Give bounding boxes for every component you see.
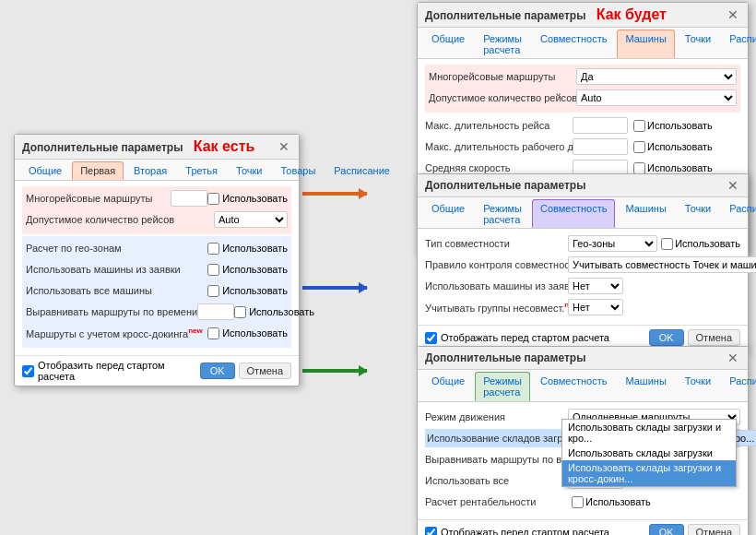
tab-br-mashiny[interactable]: Машины bbox=[617, 372, 674, 401]
tab-br-raspisanie[interactable]: Расписание bbox=[721, 372, 756, 401]
mr-row-3: Использовать машины из заявки Нет bbox=[425, 277, 740, 295]
tab-mr-rezhimy[interactable]: Режимы расчета bbox=[475, 199, 530, 228]
main-cancel-button[interactable]: Отмена bbox=[239, 363, 291, 379]
main-dialog: Дополнительные параметры Как есть ✕ Общи… bbox=[14, 134, 300, 386]
mnogoreysovye-checkbox[interactable] bbox=[207, 193, 219, 205]
mr-footer-buttons: OK Отмена bbox=[649, 329, 740, 346]
top-right-tabs: Общие Режимы расчета Совместность Машины… bbox=[418, 28, 748, 59]
tr-select-1[interactable]: Да bbox=[576, 68, 737, 85]
orange-arrow-top bbox=[302, 192, 367, 196]
dopustimoe-select[interactable]: Auto bbox=[214, 211, 288, 228]
tab-mr-tochki[interactable]: Точки bbox=[677, 199, 719, 228]
br-footer-check: Отображать перед стартом расчета bbox=[425, 527, 609, 536]
tab-tr-sovmestnost[interactable]: Совместность bbox=[532, 30, 615, 58]
tr-input-4[interactable] bbox=[573, 138, 628, 155]
mr-select-2[interactable]: Учитывать совместность Точек и машин bbox=[568, 256, 756, 273]
mid-right-body: Тип совместности Гео-зоны Использовать П… bbox=[418, 229, 748, 325]
bot-right-title: Дополнительные параметры bbox=[425, 351, 585, 364]
row-ispolzovat-mashiny: Использовать машины из заявки Использова… bbox=[26, 260, 288, 279]
bot-right-titlebar: Дополнительные параметры ✕ bbox=[418, 347, 748, 370]
mr-select-1[interactable]: Гео-зоны bbox=[568, 235, 657, 252]
blue-arrow bbox=[302, 286, 367, 290]
tab-obshie[interactable]: Общие bbox=[20, 161, 70, 180]
main-dialog-titlebar: Дополнительные параметры Как есть ✕ bbox=[15, 135, 299, 160]
row-vyravnivat: Выравнивать маршруты по времени Использо… bbox=[26, 303, 288, 321]
main-dialog-close[interactable]: ✕ bbox=[277, 139, 291, 154]
mid-right-dialog: Дополнительные параметры ✕ Общие Режимы … bbox=[417, 173, 749, 351]
tab-mr-sovmestnost[interactable]: Совместность bbox=[532, 199, 615, 228]
top-right-close[interactable]: ✕ bbox=[726, 7, 740, 22]
mid-right-close[interactable]: ✕ bbox=[726, 178, 740, 193]
bot-right-close[interactable]: ✕ bbox=[726, 351, 740, 365]
tr-row-1: Многорейсовые маршруты Да bbox=[429, 67, 737, 86]
mr-select-4[interactable]: Нет bbox=[568, 299, 623, 315]
mr-select-3[interactable]: Нет bbox=[568, 278, 623, 294]
main-dialog-title: Дополнительные параметры bbox=[22, 141, 183, 154]
tr-select-2[interactable]: Auto bbox=[576, 89, 737, 106]
main-ok-button[interactable]: OK bbox=[200, 363, 235, 379]
main-footer-check: Отобразить перед стартом расчета bbox=[22, 360, 200, 382]
tab-br-tochki[interactable]: Точки bbox=[677, 372, 719, 401]
footer-checkbox[interactable] bbox=[22, 365, 34, 377]
row-mnogoreysovye: Многорейсовые маршруты Использовать bbox=[26, 189, 288, 208]
mr-check-1[interactable] bbox=[661, 238, 673, 250]
tab-tr-raspisanie[interactable]: Расписание bbox=[721, 30, 756, 58]
mr-footer-checkbox[interactable] bbox=[425, 332, 437, 344]
main-dialog-tabs: Общие Первая Вторая Третья Точки Товары … bbox=[15, 160, 299, 181]
dropdown-option-2[interactable]: Использовать склады загрузки bbox=[562, 446, 736, 460]
vyravnivat-checkbox[interactable] bbox=[234, 306, 246, 318]
mid-right-titlebar: Дополнительные параметры ✕ bbox=[418, 174, 748, 197]
geo-checkbox[interactable] bbox=[207, 243, 219, 255]
tab-pervaya[interactable]: Первая bbox=[72, 161, 124, 180]
row-vse-mashiny: Использовать все машины Использовать bbox=[26, 281, 288, 300]
tab-mr-mashiny[interactable]: Машины bbox=[617, 199, 674, 228]
green-arrow bbox=[302, 369, 367, 373]
main-dialog-subtitle: Как есть bbox=[194, 138, 255, 154]
br-row-5: Расчет рентабельности Использовать bbox=[425, 493, 740, 511]
br-cancel-button[interactable]: Отмена bbox=[688, 524, 740, 535]
dropdown-option-1[interactable]: Использовать склады загрузки и кро... bbox=[562, 420, 736, 446]
top-right-subtitle: Как будет bbox=[597, 6, 667, 22]
mr-row-2: Правило контроля совместности Учитывать … bbox=[425, 256, 740, 274]
top-right-title: Дополнительные параметры bbox=[425, 9, 585, 22]
tab-raspisanie[interactable]: Расписание bbox=[325, 161, 398, 180]
br-ok-button[interactable]: OK bbox=[649, 524, 684, 535]
mr-cancel-button[interactable]: Отмена bbox=[688, 329, 740, 346]
tab-tovary[interactable]: Товары bbox=[272, 161, 324, 180]
tab-br-rezhimy[interactable]: Режимы расчета bbox=[475, 372, 530, 401]
tr-input-3[interactable] bbox=[573, 117, 628, 134]
main-pink-section: Многорейсовые маршруты Использовать Допу… bbox=[22, 186, 291, 234]
tab-tr-mashiny[interactable]: Машины bbox=[617, 30, 674, 58]
mr-ok-button[interactable]: OK bbox=[649, 329, 684, 346]
tr-check-5[interactable] bbox=[633, 162, 645, 174]
br-check-5[interactable] bbox=[572, 496, 584, 508]
row-cross-doking: Маршруты с учетом кросс-докингаnew Испол… bbox=[26, 324, 288, 342]
tab-tochki[interactable]: Точки bbox=[228, 161, 270, 180]
tab-br-sovmestnost[interactable]: Совместность bbox=[532, 372, 615, 401]
dropdown-option-3-selected[interactable]: Использовать склады загрузки и кросс-док… bbox=[562, 460, 736, 486]
tab-tr-tochki[interactable]: Точки bbox=[677, 30, 719, 58]
main-blue-section: Расчет по гео-зонам Использовать Использ… bbox=[22, 236, 291, 348]
tab-br-obshie[interactable]: Общие bbox=[423, 372, 473, 401]
mashiny-checkbox[interactable] bbox=[207, 264, 219, 276]
top-right-pink: Многорейсовые маршруты Да Допустимое кол… bbox=[425, 65, 740, 113]
mr-footer-check: Отображать перед стартом расчета bbox=[425, 332, 609, 344]
tab-tretya[interactable]: Третья bbox=[177, 161, 226, 180]
tr-check-4[interactable] bbox=[633, 141, 645, 153]
vse-mashiny-checkbox[interactable] bbox=[207, 285, 219, 297]
tr-check-3[interactable] bbox=[633, 120, 645, 132]
tab-vtoraya[interactable]: Вторая bbox=[125, 161, 175, 180]
tab-tr-obshie[interactable]: Общие bbox=[423, 30, 473, 58]
mid-right-tabs: Общие Режимы расчета Совместность Машины… bbox=[418, 197, 748, 229]
br-footer-buttons: OK Отмена bbox=[649, 524, 740, 535]
tab-tr-rezhimy[interactable]: Режимы расчета bbox=[475, 30, 530, 58]
tab-mr-raspisanie[interactable]: Расписание bbox=[721, 199, 756, 228]
tab-mr-obshie[interactable]: Общие bbox=[423, 199, 473, 228]
bot-right-footer: Отображать перед стартом расчета OK Отме… bbox=[418, 519, 748, 535]
top-right-titlebar: Дополнительные параметры Как будет ✕ bbox=[418, 3, 748, 28]
row-raschot-geo: Расчет по гео-зонам Использовать bbox=[26, 239, 288, 257]
mnogoreysovye-input[interactable] bbox=[171, 190, 207, 207]
br-footer-checkbox[interactable] bbox=[425, 527, 437, 536]
cross-checkbox[interactable] bbox=[207, 327, 219, 339]
vyravnivat-input[interactable] bbox=[197, 303, 234, 320]
